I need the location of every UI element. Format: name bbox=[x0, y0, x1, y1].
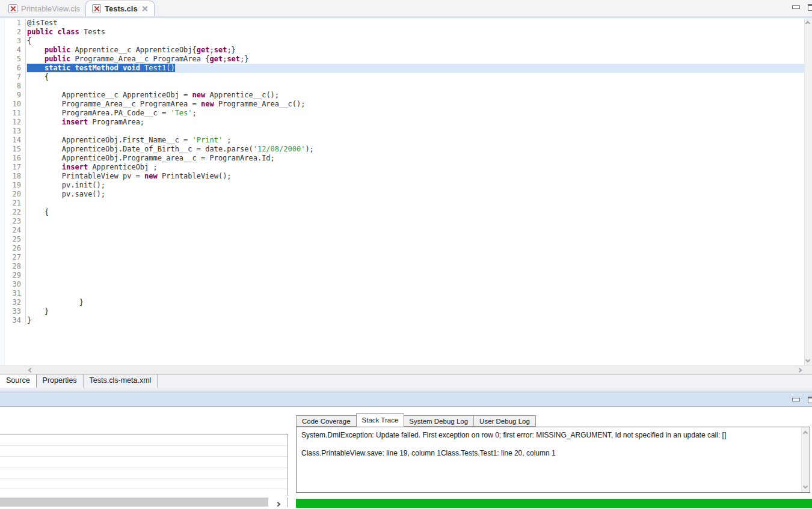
code-text[interactable]: } bbox=[26, 298, 804, 307]
code-line[interactable]: 28 bbox=[5, 262, 804, 271]
stack-trace-output[interactable]: System.DmlException: Update failed. Firs… bbox=[296, 427, 810, 493]
tab-code-coverage[interactable]: Code Coverage bbox=[296, 415, 357, 427]
code-line[interactable]: 8 bbox=[5, 82, 804, 91]
code-text[interactable]: public class Tests bbox=[26, 28, 804, 37]
code-line[interactable]: 11 ProgramArea.PA_Code__c = 'Tes'; bbox=[5, 109, 804, 118]
code-text[interactable] bbox=[26, 253, 804, 262]
code-text[interactable] bbox=[26, 199, 804, 208]
code-line[interactable]: 26 bbox=[5, 244, 804, 253]
annotation-ruler[interactable] bbox=[0, 18, 5, 365]
code-text[interactable] bbox=[26, 235, 804, 244]
code-text[interactable] bbox=[26, 226, 804, 235]
code-text[interactable]: { bbox=[26, 37, 804, 46]
code-line[interactable]: 9 Apprentice__c ApprenticeObj = new Appr… bbox=[5, 91, 804, 100]
code-text[interactable] bbox=[26, 289, 804, 298]
table-row[interactable] bbox=[0, 479, 288, 489]
code-text[interactable]: public Programme_Area__c ProgramArea {ge… bbox=[26, 55, 804, 64]
code-text[interactable]: pv.init(); bbox=[26, 181, 804, 190]
line-number[interactable]: 9 bbox=[5, 91, 26, 100]
scroll-up-icon[interactable] bbox=[805, 21, 810, 26]
scroll-right-icon[interactable] bbox=[797, 368, 802, 373]
line-number[interactable]: 21 bbox=[5, 199, 26, 208]
line-number[interactable]: 28 bbox=[5, 262, 26, 271]
line-number[interactable]: 14 bbox=[5, 136, 26, 145]
subtab-tests-cls-meta-xml[interactable]: Tests.cls-meta.xml bbox=[84, 374, 158, 388]
code-line[interactable]: 6 static testMethod void Test1() bbox=[5, 64, 804, 73]
code-editor[interactable]: 1@isTest2public class Tests3{4 public Ap… bbox=[0, 18, 812, 365]
code-line[interactable]: 30 bbox=[5, 280, 804, 289]
code-text[interactable] bbox=[26, 217, 804, 226]
line-number[interactable]: 33 bbox=[5, 307, 26, 316]
scroll-left-icon[interactable] bbox=[28, 368, 33, 373]
tab-tests-cls[interactable]: Tests.cls bbox=[85, 1, 155, 16]
code-line[interactable]: 21 bbox=[5, 199, 804, 208]
code-line[interactable]: 19 pv.init(); bbox=[5, 181, 804, 190]
code-text[interactable] bbox=[26, 262, 804, 271]
code-line[interactable]: 17 insert ApprenticeObj ; bbox=[5, 163, 804, 172]
code-line[interactable]: 23 bbox=[5, 217, 804, 226]
line-number[interactable]: 10 bbox=[5, 100, 26, 109]
test-results-table[interactable] bbox=[0, 434, 288, 496]
line-number[interactable]: 18 bbox=[5, 172, 26, 181]
code-text[interactable]: insert ApprenticeObj ; bbox=[26, 163, 804, 172]
line-number[interactable]: 12 bbox=[5, 118, 26, 127]
scroll-right-button[interactable] bbox=[268, 498, 288, 507]
code-text[interactable]: ApprenticeObj.Date_of_Birth__c = date.pa… bbox=[26, 145, 804, 154]
line-number[interactable]: 1 bbox=[5, 19, 26, 28]
code-text[interactable] bbox=[26, 244, 804, 253]
code-text[interactable] bbox=[26, 127, 804, 136]
line-number[interactable]: 22 bbox=[5, 208, 26, 217]
code-text[interactable]: { bbox=[26, 73, 804, 82]
code-text[interactable]: pv.save(); bbox=[26, 190, 804, 199]
line-number[interactable]: 2 bbox=[5, 28, 26, 37]
tab-printableview-cls[interactable]: PrintableView.cls bbox=[2, 1, 86, 16]
minimize-icon[interactable] bbox=[792, 398, 800, 401]
code-text[interactable]: { bbox=[26, 208, 804, 217]
line-number[interactable]: 29 bbox=[5, 271, 26, 280]
maximize-icon[interactable] bbox=[808, 4, 812, 11]
scroll-down-icon[interactable] bbox=[803, 484, 808, 489]
line-number[interactable]: 7 bbox=[5, 73, 26, 82]
tab-system-debug-log[interactable]: System Debug Log bbox=[404, 415, 474, 427]
code-text[interactable]: Apprentice__c ApprenticeObj = new Appren… bbox=[26, 91, 804, 100]
close-icon[interactable] bbox=[141, 5, 148, 12]
code-line[interactable]: 22 { bbox=[5, 208, 804, 217]
code-line[interactable]: 14 ApprenticeObj.First_Name__c = 'Print'… bbox=[5, 136, 804, 145]
code-text[interactable] bbox=[26, 271, 804, 280]
line-number[interactable]: 23 bbox=[5, 217, 26, 226]
line-number[interactable]: 17 bbox=[5, 163, 26, 172]
line-number[interactable]: 6 bbox=[5, 64, 26, 73]
table-row[interactable] bbox=[0, 434, 288, 446]
code-text[interactable]: ApprenticeObj.Programme_area__c = Progra… bbox=[26, 154, 804, 163]
code-text[interactable] bbox=[26, 280, 804, 289]
code-line[interactable]: 3{ bbox=[5, 37, 804, 46]
line-number[interactable]: 27 bbox=[5, 253, 26, 262]
scroll-down-icon[interactable] bbox=[805, 358, 810, 362]
code-text[interactable]: Programme_Area__c ProgramArea = new Prog… bbox=[26, 100, 804, 109]
line-number[interactable]: 3 bbox=[5, 37, 26, 46]
line-number[interactable]: 15 bbox=[5, 145, 26, 154]
code-line[interactable]: 33 } bbox=[5, 307, 804, 316]
line-number[interactable]: 19 bbox=[5, 181, 26, 190]
code-line[interactable]: 13 bbox=[5, 127, 804, 136]
table-row[interactable] bbox=[0, 489, 288, 496]
table-row[interactable] bbox=[0, 457, 288, 468]
table-horizontal-scrollbar[interactable] bbox=[0, 498, 288, 507]
code-area[interactable]: 1@isTest2public class Tests3{4 public Ap… bbox=[5, 19, 804, 325]
code-text[interactable]: @isTest bbox=[26, 19, 804, 28]
line-number[interactable]: 31 bbox=[5, 289, 26, 298]
code-line[interactable]: 12 insert ProgramArea; bbox=[5, 118, 804, 127]
code-line[interactable]: 20 pv.save(); bbox=[5, 190, 804, 199]
editor-vertical-scrollbar[interactable] bbox=[804, 18, 812, 365]
scroll-up-icon[interactable] bbox=[803, 431, 808, 436]
code-line[interactable]: 16 ApprenticeObj.Programme_area__c = Pro… bbox=[5, 154, 804, 163]
line-number[interactable]: 13 bbox=[5, 127, 26, 136]
code-line[interactable]: 15 ApprenticeObj.Date_of_Birth__c = date… bbox=[5, 145, 804, 154]
panel-sash[interactable] bbox=[0, 388, 812, 392]
code-text[interactable]: ProgramArea.PA_Code__c = 'Tes'; bbox=[26, 109, 804, 118]
code-line[interactable]: 31 bbox=[5, 289, 804, 298]
line-number[interactable]: 25 bbox=[5, 235, 26, 244]
table-row[interactable] bbox=[0, 468, 288, 479]
tab-user-debug-log[interactable]: User Debug Log bbox=[474, 415, 536, 427]
subtab-properties[interactable]: Properties bbox=[37, 374, 84, 388]
